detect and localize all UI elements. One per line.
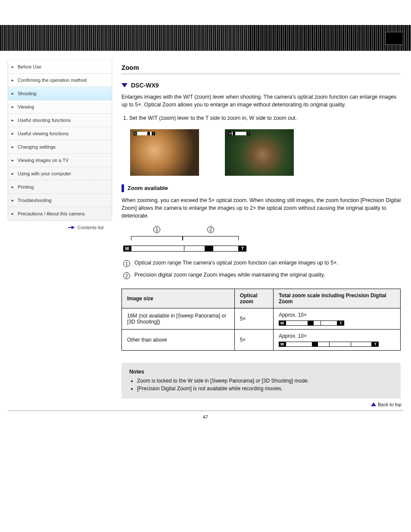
- col-header: Image size: [122, 289, 235, 308]
- sidebar-item-before-use[interactable]: Before Use: [8, 60, 112, 73]
- arrow-right-icon: [68, 226, 75, 229]
- circled-1-icon: 1: [123, 260, 130, 267]
- legend-text: Precision digital zoom range Zoom images…: [134, 271, 325, 279]
- print-button[interactable]: [385, 32, 403, 45]
- sidebar-item-label: Changing settings: [18, 144, 56, 149]
- sidebar-item-useful-view[interactable]: Useful viewing functions: [8, 127, 112, 140]
- contents-list-label: Contents list: [78, 225, 104, 230]
- top-banner: [0, 25, 411, 51]
- back-to-top-label: Back to top: [378, 402, 402, 407]
- sidebar-item-label: Using with your computer: [18, 171, 71, 176]
- zoom-indicator: WT: [228, 132, 250, 135]
- cell-size: Other than above: [122, 330, 235, 351]
- page-number: 47: [0, 414, 411, 420]
- intro-text: Enlarges images with the W/T (zoom) leve…: [121, 93, 401, 109]
- note-item: Zoom is locked to the W side in [Sweep P…: [137, 377, 393, 385]
- step-text: Set the W/T (zoom) lever to the T side t…: [129, 115, 401, 122]
- triangle-up-icon: [371, 402, 376, 406]
- sidebar-item-useful-shoot[interactable]: Useful shooting functions: [8, 113, 112, 127]
- sidebar-item-label: Useful viewing functions: [18, 131, 68, 136]
- sidebar-item-settings[interactable]: Changing settings: [8, 140, 112, 153]
- divider: [121, 74, 401, 74]
- note-title: Zoom available: [128, 185, 168, 191]
- table-row: Other than above5×Approx. 10×WT: [122, 330, 401, 351]
- section-title: DSC-WX9: [131, 82, 159, 89]
- sidebar-item-label: Viewing images on a TV: [18, 158, 68, 163]
- legend-item-2: 2 Precision digital zoom range Zoom imag…: [123, 271, 401, 279]
- sidebar-item-viewing[interactable]: Viewing: [8, 100, 112, 113]
- main-content: Zoom DSC-WX9 Enlarges images with the W/…: [121, 60, 403, 398]
- sidebar: Before Use Confirming the operation meth…: [8, 60, 112, 232]
- sidebar-item-label: Precautions / About this camera: [18, 211, 84, 216]
- circled-2-icon: 2: [123, 272, 130, 279]
- sidebar-item-label: Useful shooting functions: [18, 118, 71, 123]
- sidebar-item-precautions[interactable]: Precautions / About this camera: [8, 207, 112, 220]
- sidebar-item-tv[interactable]: Viewing images on a TV: [8, 153, 112, 167]
- sidebar-item-label: Shooting: [18, 91, 36, 96]
- marker-bar-icon: [121, 184, 124, 192]
- w-cap-icon: W: [123, 246, 131, 252]
- t-cap-icon: T: [239, 246, 246, 252]
- sidebar-item-label: Before Use: [18, 64, 41, 69]
- cell-total: Approx. 10×WT: [273, 330, 400, 351]
- page-title: Zoom: [121, 64, 401, 71]
- sidebar-nav: Before Use Confirming the operation meth…: [8, 60, 112, 221]
- zoom-indicator: WT: [134, 132, 155, 135]
- cell-optical: 5×: [234, 330, 273, 351]
- sidebar-item-label: Viewing: [18, 104, 34, 109]
- cell-size: 16M (not available in [Sweep Panorama] o…: [122, 308, 235, 330]
- contents-list-link[interactable]: Contents list: [8, 221, 112, 232]
- cell-total: Approx. 10×WT: [273, 308, 400, 330]
- sidebar-item-confirm-op[interactable]: Confirming the operation method: [8, 73, 112, 87]
- footer-divider: Back to top: [8, 411, 403, 411]
- col-header: Optical zoom: [234, 289, 273, 308]
- back-to-top-link[interactable]: Back to top: [371, 402, 402, 407]
- col-header: Total zoom scale including Precision Dig…: [273, 289, 400, 308]
- sidebar-item-troubleshoot[interactable]: Troubleshooting: [8, 193, 112, 207]
- note-item: [Precision Digital Zoom] is not availabl…: [137, 385, 393, 392]
- caret-down-icon: [121, 83, 128, 87]
- zoomed-in-example: WT: [130, 129, 199, 176]
- notes-title: Notes: [129, 369, 393, 375]
- notes-box: Notes Zoom is locked to the W side in [S…: [121, 363, 401, 398]
- section-header: DSC-WX9: [121, 82, 401, 89]
- legend-item-1: 1 Optical zoom range The camera's optica…: [123, 259, 401, 267]
- sidebar-item-shooting[interactable]: Shooting: [8, 87, 112, 100]
- zoom-table: Image size Optical zoom Total zoom scale…: [121, 289, 401, 351]
- sidebar-item-label: Troubleshooting: [18, 198, 51, 203]
- sidebar-item-label: Confirming the operation method: [18, 78, 87, 83]
- table-row: 16M (not available in [Sweep Panorama] o…: [122, 308, 401, 330]
- sidebar-item-printing[interactable]: Printing: [8, 180, 112, 193]
- example-images: WT WT: [130, 129, 401, 176]
- zoomed-out-example: WT: [225, 129, 294, 176]
- cell-optical: 5×: [234, 308, 273, 330]
- zoom-diagram: 1 2 W T: [123, 227, 401, 252]
- note-header: Zoom available: [121, 184, 401, 192]
- sidebar-item-label: Printing: [18, 184, 34, 190]
- note-body: When zooming, you can exceed the 5× opti…: [121, 196, 401, 220]
- legend-text: Optical zoom range The camera's optical …: [134, 259, 338, 267]
- sidebar-item-computer[interactable]: Using with your computer: [8, 167, 112, 180]
